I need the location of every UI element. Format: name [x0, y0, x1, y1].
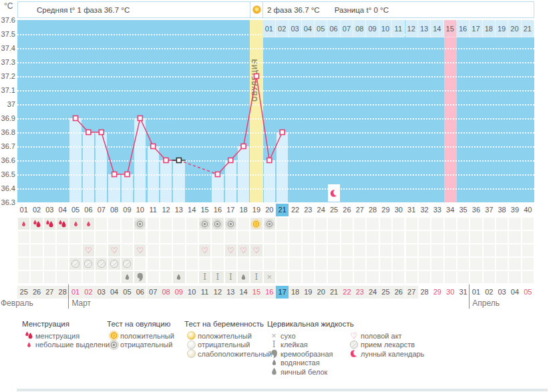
pregnancy-test-row-cell[interactable]: [122, 231, 133, 243]
temperature-marker-day-8[interactable]: [112, 172, 117, 177]
menstruation-ovulation-row-cell[interactable]: [431, 218, 443, 230]
cervical-fluid-row-cell[interactable]: [277, 271, 288, 283]
intercourse-row-cell[interactable]: ♡: [199, 244, 210, 256]
pregnancy-test-row-cell[interactable]: [31, 231, 42, 243]
day-number-cell[interactable]: 32: [418, 204, 431, 216]
date-cell[interactable]: 30: [444, 286, 457, 299]
date-cell[interactable]: 28: [418, 286, 431, 299]
intercourse-row-cell[interactable]: [406, 244, 417, 256]
intercourse-row-cell[interactable]: [354, 244, 365, 256]
menstruation-ovulation-row-cell[interactable]: [238, 218, 249, 230]
temperature-marker-day-13[interactable]: [176, 158, 181, 163]
intercourse-row-cell[interactable]: [289, 244, 301, 256]
cervical-fluid-row-cell[interactable]: [393, 271, 404, 283]
cervical-fluid-row-cell[interactable]: [289, 271, 301, 283]
day-number-cell[interactable]: 06: [82, 204, 95, 216]
medication-row-cell[interactable]: [44, 258, 55, 270]
date-cell[interactable]: 24: [366, 286, 379, 299]
dpo-cell-21[interactable]: 21: [522, 20, 534, 37]
cervical-fluid-row-cell[interactable]: [134, 271, 146, 283]
medication-row-cell[interactable]: [431, 258, 443, 270]
medication-row-cell[interactable]: [160, 258, 172, 270]
menstruation-ovulation-row-cell[interactable]: [393, 218, 404, 230]
pregnancy-test-row-cell[interactable]: [431, 231, 443, 243]
cervical-fluid-row-cell[interactable]: [380, 271, 391, 283]
medication-row-cell[interactable]: [328, 258, 339, 270]
intercourse-row-cell[interactable]: [303, 244, 314, 256]
date-cell[interactable]: 12: [211, 286, 224, 299]
medication-row-cell[interactable]: [134, 258, 146, 270]
intercourse-row-cell[interactable]: ♡: [238, 244, 249, 256]
menstruation-ovulation-row-cell[interactable]: [484, 218, 495, 230]
intercourse-row-cell[interactable]: [341, 244, 353, 256]
cervical-fluid-row-cell[interactable]: [445, 271, 456, 283]
intercourse-row-cell[interactable]: [419, 244, 430, 256]
date-cell[interactable]: 01: [69, 286, 81, 299]
dpo-cell-16[interactable]: 16: [457, 20, 470, 37]
pregnancy-test-row-cell[interactable]: [160, 231, 172, 243]
day-number-cell[interactable]: 05: [69, 204, 81, 216]
temperature-marker-day-9[interactable]: [125, 172, 130, 177]
day-number-cell[interactable]: 20: [263, 204, 276, 216]
day-number-cell[interactable]: 09: [121, 204, 134, 216]
menstruation-ovulation-row-cell[interactable]: [199, 218, 210, 230]
day-number-cell[interactable]: 11: [147, 204, 160, 216]
menstruation-ovulation-row-cell[interactable]: [328, 218, 339, 230]
pregnancy-test-row-cell[interactable]: [509, 231, 520, 243]
day-number-cell[interactable]: 29: [379, 204, 392, 216]
menstruation-ovulation-row-cell[interactable]: [186, 218, 198, 230]
medication-row-cell[interactable]: [419, 258, 430, 270]
menstruation-ovulation-row-cell[interactable]: [380, 218, 391, 230]
pregnancy-test-row-cell[interactable]: [419, 231, 430, 243]
menstruation-ovulation-row-cell[interactable]: [354, 218, 365, 230]
cervical-fluid-row-cell[interactable]: [238, 271, 249, 283]
cervical-fluid-row-cell[interactable]: [57, 271, 68, 283]
menstruation-ovulation-row-cell[interactable]: [445, 218, 456, 230]
pregnancy-test-row-cell[interactable]: [108, 231, 120, 243]
intercourse-row-cell[interactable]: [328, 244, 339, 256]
menstruation-ovulation-row-cell[interactable]: [122, 218, 133, 230]
pregnancy-test-row-cell[interactable]: [484, 231, 495, 243]
medication-row-cell[interactable]: [225, 258, 236, 270]
medication-row-cell[interactable]: [173, 258, 184, 270]
pregnancy-test-row-cell[interactable]: [199, 231, 210, 243]
day-number-cell[interactable]: 21: [276, 204, 289, 216]
dpo-cell-14[interactable]: 14: [431, 20, 443, 37]
date-cell[interactable]: 27: [405, 286, 418, 299]
date-cell[interactable]: 09: [172, 286, 185, 299]
cervical-fluid-row-cell[interactable]: [315, 271, 327, 283]
pregnancy-test-row-cell[interactable]: [134, 231, 146, 243]
cervical-fluid-row-cell[interactable]: I: [212, 271, 223, 283]
cervical-fluid-row-cell[interactable]: [328, 271, 339, 283]
day-number-cell[interactable]: 40: [522, 204, 534, 216]
day-number-cell[interactable]: 12: [160, 204, 172, 216]
menstruation-ovulation-row-cell[interactable]: [250, 218, 262, 230]
date-cell[interactable]: 02: [483, 286, 496, 299]
medication-row-cell[interactable]: [470, 258, 482, 270]
intercourse-row-cell[interactable]: ♡: [134, 244, 146, 256]
menstruation-ovulation-row-cell[interactable]: [457, 218, 469, 230]
date-cell[interactable]: 07: [147, 286, 160, 299]
date-cell[interactable]: 01: [470, 286, 482, 299]
temperature-marker-day-17[interactable]: [228, 158, 233, 163]
cervical-fluid-row-cell[interactable]: [303, 271, 314, 283]
cervical-fluid-row-cell[interactable]: [108, 271, 120, 283]
dpo-cell-13[interactable]: 13: [418, 20, 431, 37]
day-number-cell[interactable]: 27: [353, 204, 366, 216]
medication-row-cell[interactable]: [212, 258, 223, 270]
intercourse-row-cell[interactable]: [31, 244, 42, 256]
dpo-cell-02[interactable]: 02: [276, 20, 289, 37]
day-number-cell[interactable]: 10: [134, 204, 146, 216]
date-cell[interactable]: 19: [302, 286, 315, 299]
date-cell[interactable]: 21: [327, 286, 340, 299]
day-number-cell[interactable]: 08: [108, 204, 120, 216]
day-number-cell[interactable]: 14: [186, 204, 198, 216]
date-cell[interactable]: 10: [186, 286, 198, 299]
dpo-cell-17[interactable]: 17: [470, 20, 482, 37]
pregnancy-test-row-cell[interactable]: [354, 231, 365, 243]
day-number-cell[interactable]: 24: [315, 204, 327, 216]
pregnancy-test-row-cell[interactable]: [315, 231, 327, 243]
medication-row-cell[interactable]: [354, 258, 365, 270]
menstruation-ovulation-row-cell[interactable]: [173, 218, 184, 230]
menstruation-ovulation-row-cell[interactable]: [264, 218, 275, 230]
